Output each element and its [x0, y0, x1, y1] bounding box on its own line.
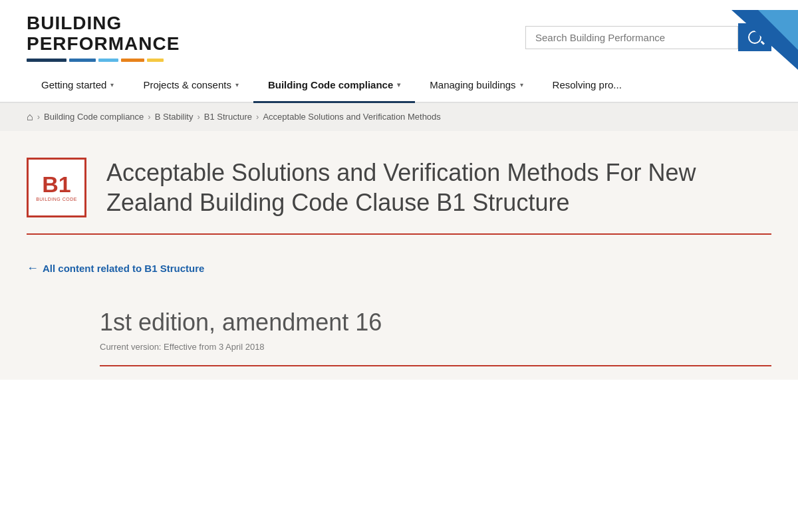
nav-inner: Getting started ▾ Projects & consents ▾ … — [27, 68, 771, 102]
logo-line-dark-blue — [27, 59, 66, 62]
chevron-icon-2: ▾ — [397, 81, 400, 88]
back-link-label: All content related to B1 Structure — [43, 263, 204, 274]
bc-link-building-code[interactable]: Building Code compliance — [44, 112, 144, 122]
search-bar — [525, 26, 738, 49]
breadcrumb: ⌂ › Building Code compliance › B Stabili… — [0, 103, 798, 131]
main-content: B1 BUILDING CODE Acceptable Solutions an… — [0, 131, 798, 248]
logo-line-yellow — [147, 59, 164, 62]
badge-sub-text: BUILDING CODE — [36, 197, 77, 201]
bc-sep-0: › — [37, 112, 40, 122]
edition-divider — [100, 365, 771, 366]
header: BUILDING PERFORMANCE — [0, 0, 798, 68]
page-title: Acceptable Solutions and Verification Me… — [106, 158, 771, 217]
nav-item-getting-started[interactable]: Getting started ▾ — [27, 68, 128, 103]
nav-item-building-code[interactable]: Building Code compliance ▾ — [253, 68, 415, 103]
nav-label-managing: Managing buildings — [430, 79, 515, 90]
bc-current: Acceptable Solutions and Verification Me… — [263, 112, 440, 122]
bc-link-stability[interactable]: B Stability — [155, 112, 194, 122]
logo-decoration — [27, 59, 180, 62]
home-icon[interactable]: ⌂ — [27, 111, 33, 123]
logo: BUILDING PERFORMANCE — [27, 13, 180, 62]
nav-item-managing[interactable]: Managing buildings ▾ — [415, 68, 537, 103]
header-right — [525, 23, 771, 51]
nav-label-projects: Projects & consents — [143, 79, 231, 90]
page-header: B1 BUILDING CODE Acceptable Solutions an… — [27, 158, 771, 235]
logo-line-light-blue — [98, 59, 118, 62]
edition-title: 1st edition, amendment 16 — [100, 309, 771, 336]
chevron-icon-1: ▾ — [235, 81, 239, 88]
back-link-section: ← All content related to B1 Structure — [0, 248, 798, 289]
badge-main-text: B1 — [42, 173, 70, 196]
bc-sep-2: › — [197, 112, 200, 122]
edition-subtitle: Current version: Effective from 3 April … — [100, 342, 771, 352]
logo-line-mid-blue — [69, 59, 96, 62]
bc-link-structure[interactable]: B1 Structure — [204, 112, 252, 122]
bc-sep-3: › — [256, 112, 259, 122]
logo-line-orange — [121, 59, 144, 62]
nav-label-getting-started: Getting started — [41, 79, 106, 90]
nav-label-resolving: Resolving pro... — [553, 79, 622, 90]
nav-item-resolving[interactable]: Resolving pro... — [538, 68, 636, 103]
main-nav: Getting started ▾ Projects & consents ▾ … — [0, 68, 798, 103]
search-button[interactable] — [738, 23, 771, 51]
logo-line1: BUILDING — [27, 13, 180, 34]
bc-sep-1: › — [148, 112, 150, 122]
back-link[interactable]: ← All content related to B1 Structure — [27, 261, 204, 275]
chevron-icon-0: ▾ — [110, 81, 114, 88]
chevron-icon-3: ▾ — [520, 81, 523, 88]
edition-section: 1st edition, amendment 16 Current versio… — [0, 289, 798, 380]
back-arrow-icon: ← — [27, 261, 39, 275]
logo-line2: PERFORMANCE — [27, 34, 180, 55]
nav-label-building-code: Building Code compliance — [268, 79, 393, 90]
nav-item-projects[interactable]: Projects & consents ▾ — [128, 68, 253, 103]
search-input[interactable] — [535, 32, 728, 43]
b1-badge: B1 BUILDING CODE — [27, 158, 86, 217]
